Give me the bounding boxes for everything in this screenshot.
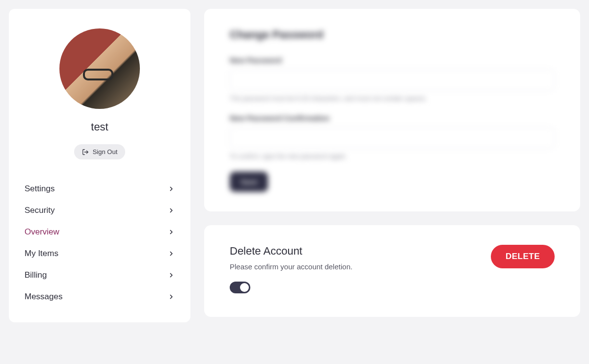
sign-out-icon	[82, 149, 89, 156]
sidebar-item-messages[interactable]: Messages	[24, 286, 176, 308]
chevron-right-icon	[168, 207, 175, 214]
sidebar-item-overview[interactable]: Overview	[24, 221, 176, 243]
chevron-right-icon	[168, 229, 175, 235]
sidebar-item-settings[interactable]: Settings	[24, 178, 176, 200]
username-label: test	[24, 121, 176, 133]
chevron-right-icon	[168, 250, 175, 257]
delete-account-description: Please confirm your account deletion.	[230, 262, 352, 271]
confirm-password-hint: To confirm, type the new password again.	[230, 153, 555, 160]
confirm-password-input[interactable]	[230, 127, 555, 149]
sidebar-nav: Settings Security Overview My Items Bill…	[24, 178, 176, 308]
new-password-label: New Password	[230, 56, 555, 64]
sidebar-item-label: Messages	[25, 292, 62, 302]
sidebar-item-my-items[interactable]: My Items	[24, 243, 176, 264]
delete-account-card: Delete Account Please confirm your accou…	[204, 225, 580, 317]
chevron-right-icon	[168, 185, 175, 192]
change-password-card: Change Password New Password The passwor…	[204, 9, 580, 211]
sidebar-item-label: Settings	[25, 184, 54, 194]
sidebar-item-label: My Items	[25, 249, 58, 259]
sign-out-label: Sign Out	[93, 148, 118, 156]
chevron-right-icon	[168, 272, 175, 279]
save-button[interactable]: Save	[230, 172, 268, 192]
delete-button[interactable]: DELETE	[491, 245, 555, 268]
sidebar-item-label: Billing	[25, 270, 47, 280]
confirm-delete-toggle[interactable]	[230, 282, 250, 293]
sidebar-item-label: Security	[25, 206, 54, 215]
profile-sidebar: test Sign Out Settings Security Overview…	[9, 9, 190, 322]
sign-out-button[interactable]: Sign Out	[74, 144, 126, 159]
change-password-title: Change Password	[230, 28, 555, 41]
sidebar-item-security[interactable]: Security	[24, 200, 176, 221]
avatar	[59, 28, 140, 109]
new-password-hint: The password must be 8-20 characters, an…	[230, 95, 555, 102]
sidebar-item-label: Overview	[25, 227, 59, 237]
main-content: Change Password New Password The passwor…	[204, 9, 580, 322]
new-password-input[interactable]	[230, 69, 555, 91]
delete-account-title: Delete Account	[230, 245, 352, 258]
chevron-right-icon	[168, 293, 175, 300]
confirm-password-label: New Password Confirmation	[230, 114, 555, 122]
sidebar-item-billing[interactable]: Billing	[24, 264, 176, 286]
